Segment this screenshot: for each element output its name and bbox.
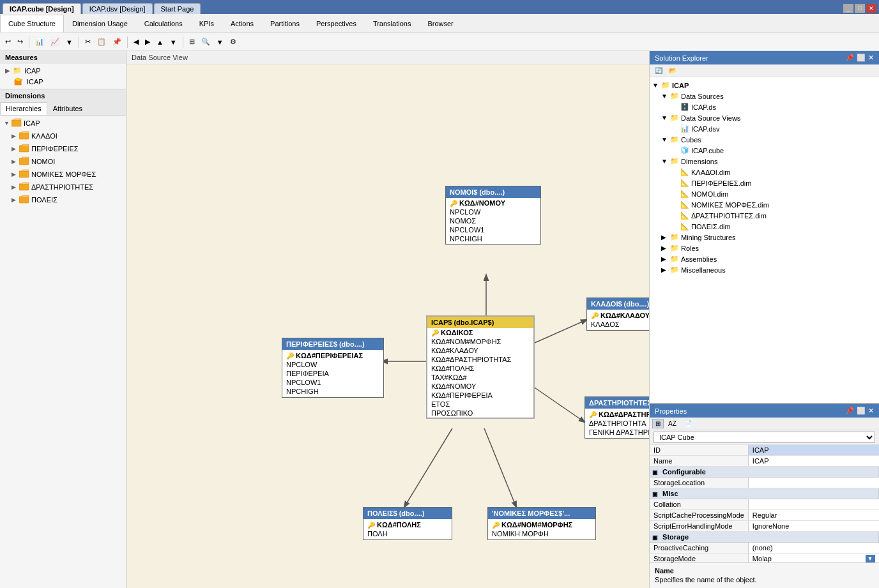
tab-perspectives[interactable]: Perspectives xyxy=(308,15,365,33)
toolbar-btn-1[interactable]: ↩ xyxy=(3,35,13,49)
title-tab-start[interactable]: Start Page xyxy=(154,3,201,14)
dim-item-nomikes[interactable]: ▶ ΝΟΜΙΚΕΣ ΜΟΡΦΕΣ xyxy=(1,168,125,181)
key-icon: 🔑 xyxy=(286,352,294,359)
sol-pin-button[interactable]: 📌 xyxy=(845,54,854,62)
sol-item-misc[interactable]: ▶ 📁 Miscellaneous xyxy=(652,264,876,275)
table-row: 🔑 ΚΩΔ#ΝΟΜ#ΜΟΡΦΗΣ xyxy=(488,520,595,529)
props-btn-pages[interactable]: 📄 xyxy=(681,419,695,428)
table-nomikes[interactable]: 'ΝΟΜΙΚΕΣ ΜΟΡΦΕΣ$'... 🔑 ΚΩΔ#ΝΟΜ#ΜΟΡΦΗΣ ΝΟ… xyxy=(487,507,596,540)
toolbar-btn-down[interactable]: ▼ xyxy=(167,35,180,49)
tab-partitions[interactable]: Partitions xyxy=(262,15,308,33)
toolbar-btn-move-down[interactable]: ▶ xyxy=(142,35,153,49)
minimize-button[interactable]: _ xyxy=(843,4,853,13)
props-row-id: ID ICAP xyxy=(650,445,879,456)
toolbar-btn-move-up[interactable]: ◀ xyxy=(131,35,141,49)
table-icap[interactable]: ICAP$ (dbo.ICAP$) 🔑 ΚΩΔΙΚΟΣ ΚΩΔ#ΝΟΜ#ΜΟΡΦ… xyxy=(426,315,535,419)
sol-dim-drastiriotites[interactable]: 📐 ΔΡΑΣΤΗΡΙΟΤΗΤΕΣ.dim xyxy=(652,210,876,221)
tab-browser[interactable]: Browser xyxy=(419,15,461,33)
props-object-select[interactable]: ICAP Cube xyxy=(654,432,875,443)
toolbar-btn-2[interactable]: ↪ xyxy=(15,35,26,49)
props-description: Name Specifies the name of the object. xyxy=(650,562,879,588)
sol-item-dimensions[interactable]: ▼ 📁 Dimensions xyxy=(652,156,876,167)
toolbar-btn-bar[interactable]: 📈 xyxy=(48,35,62,49)
title-tab-cube[interactable]: ICAP.cube [Design] xyxy=(3,3,81,14)
maximize-button[interactable]: □ xyxy=(855,4,865,13)
tab-kpis[interactable]: KPIs xyxy=(191,15,222,33)
key-icon: 🔑 xyxy=(591,312,599,319)
sol-item-icap-cube[interactable]: 🧊 ICAP.cube xyxy=(652,145,876,156)
props-section-storage[interactable]: ▣ Storage xyxy=(650,532,879,543)
measures-item-cube[interactable]: ICAP xyxy=(1,76,125,87)
tab-translations[interactable]: Translations xyxy=(365,15,420,33)
toolbar-btn-copy[interactable]: 📋 xyxy=(95,35,109,49)
sol-item-icap-ds[interactable]: 🗄️ ICAP.ds xyxy=(652,102,876,112)
sol-dim-periferies[interactable]: 📐 ΠΕΡΙΦΕΡΕΙΕΣ.dim xyxy=(652,177,876,188)
key-icon: 🔑 xyxy=(492,522,500,529)
props-close-button[interactable]: ✕ xyxy=(868,407,874,415)
svg-rect-4 xyxy=(19,133,29,139)
props-row-collation: Collation xyxy=(650,499,879,510)
toolbar-btn-grid[interactable]: ⊞ xyxy=(187,35,197,49)
table-kladoi[interactable]: ΚΛΑΔΟΙ$ (dbo....) 🔑 ΚΩΔ#ΚΛΑΔΟΥ ΚΛΑΔΟΣ xyxy=(586,298,649,331)
sol-dim-nomikes[interactable]: 📐 ΝΟΜΙΚΕΣ ΜΟΡΦΕΣ.dim xyxy=(652,199,876,210)
sol-item-assemblies[interactable]: ▶ 📁 Assemblies xyxy=(652,253,876,264)
toolbar-btn-zoom-out[interactable]: 🔍 xyxy=(199,35,213,49)
dim-item-nomoi[interactable]: ▶ ΝΟΜΟΙ xyxy=(1,155,125,168)
props-btn-grid[interactable]: ⊞ xyxy=(652,419,664,428)
sol-float-button[interactable]: ⬜ xyxy=(857,54,866,62)
sol-folder-icon-cubes: 📁 xyxy=(670,135,679,144)
props-content: ID ICAP Name ICAP ▣ Configurable xyxy=(650,445,879,562)
props-row-storagelocation: StorageLocation xyxy=(650,478,879,488)
tab-actions[interactable]: Actions xyxy=(222,15,262,33)
sol-item-cubes[interactable]: ▼ 📁 Cubes xyxy=(652,134,876,145)
table-row: ΔΡΑΣΤΗΡΙΟΤΗΤΑ xyxy=(585,419,649,428)
sol-toolbar-btn-1[interactable]: 🔄 xyxy=(652,66,665,75)
toolbar-btn-chart[interactable]: 📊 xyxy=(33,35,47,49)
close-button[interactable]: ✕ xyxy=(866,4,876,13)
props-btn-sort-alpha[interactable]: AZ xyxy=(665,419,680,428)
toolbar-btn-zoom-dd[interactable]: ▼ xyxy=(214,35,226,49)
toolbar-btn-up[interactable]: ▲ xyxy=(154,35,166,49)
title-tab-dsv[interactable]: ICAP.dsv [Design] xyxy=(82,3,153,14)
tab-attributes[interactable]: Attributes xyxy=(47,102,88,115)
sol-item-icap-root[interactable]: ▼ 📁 ICAP xyxy=(652,80,876,91)
table-nomoi[interactable]: ΝΟΜΟΙ$ (dbo....) 🔑 ΚΩΔ#ΝΟΜΟΥ NPCLOW ΝΟΜΟ… xyxy=(445,186,541,245)
sol-toolbar-btn-2[interactable]: 📂 xyxy=(666,66,679,75)
props-row-storagemode: StorageMode Molap ▼ xyxy=(650,554,879,563)
sol-item-roles[interactable]: ▶ 📁 Roles xyxy=(652,243,876,253)
tab-hierarchies[interactable]: Hierarchies xyxy=(0,102,47,115)
sol-item-data-sources[interactable]: ▼ 📁 Data Sources xyxy=(652,91,876,102)
sol-item-data-source-views[interactable]: ▼ 📁 Data Source Views xyxy=(652,112,876,123)
toolbar-btn-cut[interactable]: ✂ xyxy=(82,35,93,49)
sol-dim-kladoi[interactable]: 📐 ΚΛΑΔΟΙ.dim xyxy=(652,167,876,177)
measures-item-folder[interactable]: ▶ 📁 ICAP xyxy=(1,65,125,76)
props-section-configurable[interactable]: ▣ Configurable xyxy=(650,467,879,478)
sol-dim-nomoi[interactable]: 📐 ΝΟΜΟΙ.dim xyxy=(652,188,876,199)
toolbar-btn-more[interactable]: ▼ xyxy=(63,35,75,49)
svg-rect-3 xyxy=(11,120,21,126)
sol-item-icap-dsv[interactable]: 📊 ICAP.dsv xyxy=(652,123,876,134)
dim-item-drastiriotites[interactable]: ▶ ΔΡΑΣΤΗΡΙΟΤΗΤΕΣ xyxy=(1,181,125,193)
tab-dimension-usage[interactable]: Dimension Usage xyxy=(64,15,136,33)
tab-cube-structure[interactable]: Cube Structure xyxy=(0,15,64,33)
table-drastiriotites[interactable]: ΔΡΑΣΤΗΡΙΟΤΗΤΕΣ$ (dbo....) 🔑 ΚΩΔ#ΔΡΑΣΤΗΡΙ… xyxy=(585,396,649,439)
props-float-button[interactable]: ⬜ xyxy=(857,407,866,415)
dim-item-periferies[interactable]: ▶ ΠΕΡΙΦΕΡΕΙΕΣ xyxy=(1,142,125,155)
sol-close-button[interactable]: ✕ xyxy=(868,54,874,62)
toolbar-btn-paste[interactable]: 📌 xyxy=(110,35,124,49)
props-section-misc[interactable]: ▣ Misc xyxy=(650,488,879,499)
dsv-canvas[interactable]: ΝΟΜΟΙ$ (dbo....) 🔑 ΚΩΔ#ΝΟΜΟΥ NPCLOW ΝΟΜΟ… xyxy=(126,64,649,588)
sol-dim-poleis[interactable]: 📐 ΠΟΛΕΙΣ.dim xyxy=(652,221,876,232)
table-poleis[interactable]: ΠΟΛΕΙΣ$ (dbo....) 🔑 ΚΩΔ#ΠΟΛΗΣ ΠΟΛΗ xyxy=(363,507,452,540)
table-periferies-header: ΠΕΡΙΦΕΡΕΙΕΣ$ (dbo....) xyxy=(282,338,383,350)
dim-item-poleis[interactable]: ▶ ΠΟΛΕΙΣ xyxy=(1,193,125,206)
dim-item-kladoi[interactable]: ▶ ΚΛΑΔΟΙ xyxy=(1,130,125,142)
tab-calculations[interactable]: Calculations xyxy=(136,15,191,33)
table-periferies[interactable]: ΠΕΡΙΦΕΡΕΙΕΣ$ (dbo....) 🔑 ΚΩΔ#ΠΕΡΙΦΕΡΕΙΑΣ… xyxy=(282,338,384,398)
storagemode-dropdown-btn[interactable]: ▼ xyxy=(866,555,875,562)
toolbar-btn-settings[interactable]: ⚙ xyxy=(227,35,239,49)
props-desc-title: Name xyxy=(655,567,874,575)
dim-item-icap[interactable]: ▼ ICAP xyxy=(1,117,125,130)
sol-item-mining[interactable]: ▶ 📁 Mining Structures xyxy=(652,232,876,243)
props-pin-button[interactable]: 📌 xyxy=(845,407,854,415)
